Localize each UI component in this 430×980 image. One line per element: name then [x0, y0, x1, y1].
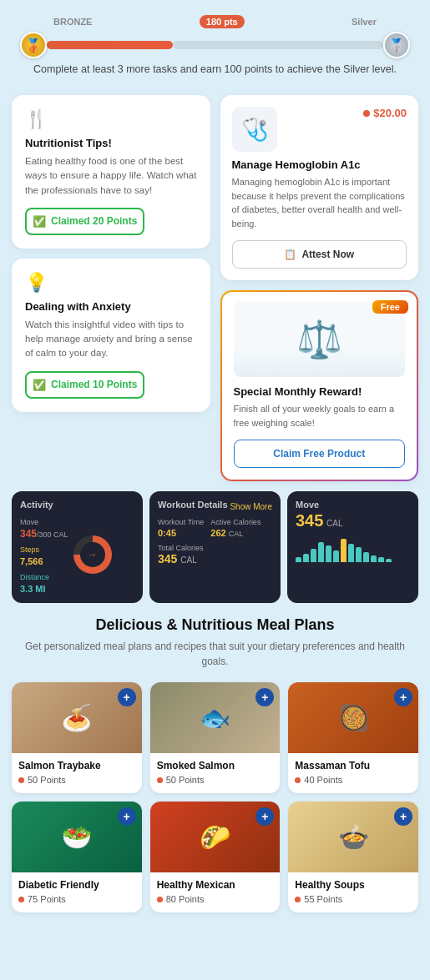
card-left-column: 🍴 Nutritionist Tips! Eating healthy food…: [12, 95, 210, 481]
progress-labels: BRONZE 180 pts Silver: [20, 15, 410, 28]
time-val: 0:45: [158, 528, 176, 538]
meal-info-0: Salmon Traybake 50 Points: [12, 753, 142, 793]
claimed-20-label: Claimed 20 Points: [51, 215, 137, 227]
workout-stats-row: Workout Time 0:45 Active Calories 262 CA…: [158, 518, 272, 539]
silver-label: Silver: [352, 17, 377, 27]
nutritionist-desc: Eating healthy food is one of the best w…: [25, 154, 197, 198]
hemoglobin-card: 🩺 $20.00 Manage Hemoglobin A1c Managing …: [220, 95, 419, 280]
bar-3: [318, 542, 324, 562]
move-card: Move 345 CAL: [287, 491, 418, 603]
attest-label: Attest Now: [301, 249, 354, 260]
add-meal-button-3[interactable]: +: [118, 807, 136, 826]
progress-bar-empty: [173, 41, 383, 49]
arrow-icon: →: [88, 549, 98, 560]
anxiety-desc: Watch this insightful video with tips to…: [25, 318, 197, 361]
bronze-medal-icon: 🥉: [20, 32, 47, 58]
bar-4: [326, 545, 331, 562]
meal-card-2: 🥘 + Massaman Tofu 40 Points: [288, 682, 418, 793]
total-val: 345 CAL: [158, 552, 197, 565]
meal-info-1: Smoked Salmon 50 Points: [150, 753, 281, 793]
dist-label: Distance: [20, 573, 49, 581]
meal-name-4: Healthy Mexican: [157, 879, 274, 891]
claimed-10-button[interactable]: ✅ Claimed 10 Points: [25, 371, 144, 399]
steps-label: Steps: [20, 545, 39, 554]
hemo-title: Manage Hemoglobin A1c: [232, 158, 407, 171]
steps-stat: Steps 7,566: [20, 542, 68, 567]
progress-hint: Complete at least 3 more tasks and earn …: [20, 63, 410, 75]
hemo-top-row: 🩺 $20.00: [232, 107, 407, 152]
bar-12: [386, 559, 392, 562]
active-label: Active Calories: [210, 518, 261, 526]
claim-label: Claim Free Product: [273, 448, 365, 460]
move-card-unit: CAL: [326, 519, 342, 528]
clipboard-icon: 📋: [284, 249, 296, 260]
activity-section: Activity Move 345/300 CAL Steps 7,566 Di…: [0, 491, 430, 603]
move-stat: Move 345/300 CAL: [20, 515, 68, 540]
bar-2: [311, 549, 316, 562]
add-meal-button-5[interactable]: +: [394, 807, 412, 826]
pts-dot-4: [157, 897, 163, 902]
bar-6: [341, 539, 347, 562]
active-val: 262 CAL: [210, 528, 243, 538]
time-label: Workout Time: [158, 518, 204, 526]
progress-bar-row: 🥉 🥈: [20, 32, 410, 58]
show-more-link[interactable]: Show More: [230, 502, 272, 511]
reward-desc: Finish all of your weekly goals to earn …: [234, 402, 406, 430]
meal-info-3: Diabetic Friendly 75 Points: [12, 872, 142, 912]
move-card-title: Move: [296, 500, 410, 510]
activity-title: Activity: [20, 500, 134, 510]
hemoglobin-icon: 🩺: [232, 107, 277, 152]
nutritionist-title: Nutritionist Tips!: [25, 137, 197, 149]
pts-val-1: 50 Points: [166, 775, 205, 785]
meal-pts-1: 50 Points: [157, 775, 274, 785]
add-meal-button-0[interactable]: +: [118, 688, 136, 706]
claim-product-button[interactable]: Claim Free Product: [234, 440, 406, 468]
pts-dot-2: [295, 777, 301, 783]
fork-icon: 🍴: [25, 108, 197, 130]
bulb-icon: 💡: [25, 272, 197, 294]
meal-pts-3: 75 Points: [18, 894, 135, 904]
cards-row: 🍴 Nutritionist Tips! Eating healthy food…: [0, 95, 430, 481]
silver-medal-icon: 🥈: [383, 32, 410, 58]
dist-stat: Distance 3.3 MI: [20, 570, 68, 595]
check-icon-2: ✅: [33, 379, 46, 391]
meals-subtitle: Get personalized meal plans and recipes …: [12, 639, 418, 669]
total-label: Total Calories: [158, 544, 272, 552]
meals-section: Delicious & Nutritious Meal Plans Get pe…: [0, 616, 430, 912]
bar-8: [356, 547, 362, 562]
reward-card: Free ⚖️ Special Monthly Reward! Finish a…: [220, 290, 419, 481]
anxiety-title: Dealing with Anxiety: [25, 300, 197, 313]
pts-dot-0: [18, 777, 24, 783]
meals-grid: 🍝 + Salmon Traybake 50 Points 🐟 + Smoked…: [12, 682, 418, 912]
pts-badge: 180 pts: [200, 15, 245, 28]
meal-info-5: Healthy Soups 55 Points: [288, 872, 418, 912]
move-value-row: 345 CAL: [296, 511, 410, 530]
attest-button[interactable]: 📋 Attest Now: [232, 240, 407, 269]
progress-section: BRONZE 180 pts Silver 🥉 🥈 Complete at le…: [0, 0, 430, 95]
add-meal-button-2[interactable]: +: [394, 688, 412, 706]
pts-val-0: 50 Points: [28, 775, 66, 785]
workout-card: Workout Details Show More Workout Time 0…: [149, 491, 281, 603]
steps-val: 7,566: [20, 556, 43, 566]
hemo-price: $20.00: [363, 107, 407, 119]
reward-card-inner: Free ⚖️ Special Monthly Reward! Finish a…: [222, 292, 417, 480]
claimed-20-button[interactable]: ✅ Claimed 20 Points: [25, 208, 144, 235]
meal-name-5: Healthy Soups: [295, 879, 412, 891]
meal-pts-2: 40 Points: [295, 775, 412, 785]
anxiety-card: 💡 Dealing with Anxiety Watch this insigh…: [12, 259, 210, 412]
workout-time-col: Workout Time 0:45: [158, 518, 204, 539]
meal-card-3: 🥗 + Diabetic Friendly 75 Points: [12, 802, 142, 912]
meal-pts-0: 50 Points: [18, 775, 135, 785]
claimed-10-label: Claimed 10 Points: [51, 379, 137, 390]
check-icon: ✅: [33, 215, 46, 228]
price-dot: [363, 110, 370, 117]
pts-val-3: 75 Points: [28, 894, 66, 904]
bar-10: [371, 555, 377, 562]
meal-info-2: Massaman Tofu 40 Points: [288, 753, 418, 793]
move-label: Move: [20, 518, 38, 526]
bar-0: [296, 557, 301, 562]
meal-name-3: Diabetic Friendly: [18, 879, 135, 891]
pts-dot-3: [18, 897, 24, 902]
workout-title: Workout Details: [158, 500, 228, 510]
donut-inner: →: [80, 542, 105, 567]
